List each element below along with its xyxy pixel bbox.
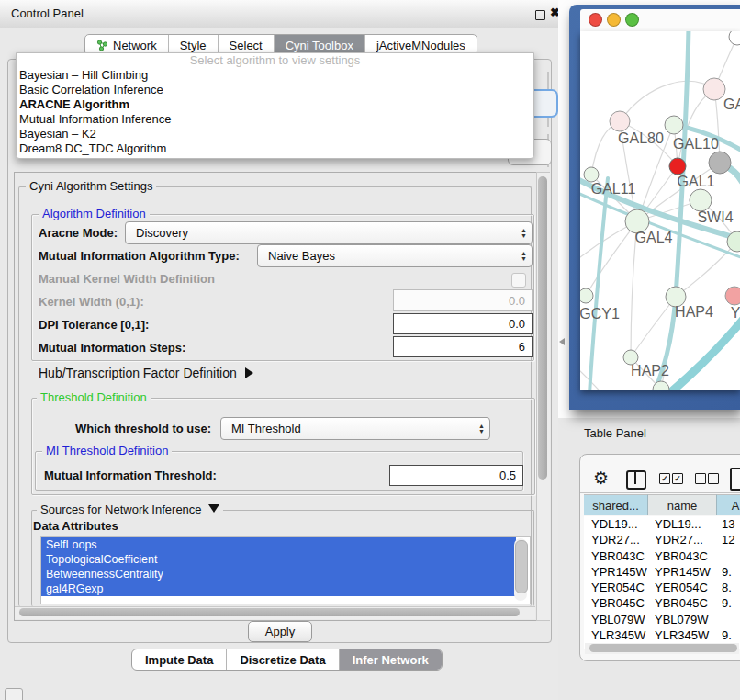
mi-steps-label: Mutual Information Steps: <box>39 341 185 355</box>
tab-network-label: Network <box>113 39 157 52</box>
mi-algorithm-type-label: Mutual Information Algorithm Type: <box>39 249 240 263</box>
network-window-titlebar[interactable] <box>580 9 740 32</box>
panel-divider-handle[interactable] <box>559 338 565 345</box>
table-header-row: shared... name A <box>584 494 740 515</box>
table-row[interactable]: YPR145WYPR145W9. <box>584 564 740 580</box>
threshold-definition-title: Threshold Definition <box>37 391 151 404</box>
control-panel-titlebar <box>0 0 558 28</box>
attribute-item-selected[interactable]: gal4RGexp <box>41 581 516 596</box>
network-canvas[interactable]: GALGAL80GAL10GAL1GAL11SWI4GAL4GCY1HAP4YH… <box>580 31 740 390</box>
which-threshold-label: Which threshold to use: <box>75 422 211 435</box>
table-cell: YPR145W <box>647 565 716 579</box>
table-row[interactable]: YDL19...YDL19...13 <box>584 516 740 532</box>
attribute-item-selected[interactable]: SelfLoops <box>41 537 516 552</box>
table-row[interactable]: YBL079WYBL079W <box>584 612 740 627</box>
column-header-partial[interactable]: A <box>717 494 740 515</box>
stepper-arrows-icon: ▲▼ <box>521 222 527 243</box>
network-node[interactable] <box>653 381 669 390</box>
mi-threshold-label: Mutual Information Threshold: <box>44 469 217 482</box>
network-node[interactable] <box>729 31 740 45</box>
table-row[interactable]: YLR345WYLR345W9. <box>584 627 740 643</box>
node-label: SWI4 <box>697 209 733 225</box>
table-row[interactable]: YER054CYER054C8. <box>584 580 740 595</box>
vertical-scrollbar-thumb[interactable] <box>538 176 547 480</box>
algorithm-option[interactable]: Basic Correlation Inference <box>17 83 533 97</box>
algorithm-dropdown-list: Bayesian – Hill ClimbingBasic Correlatio… <box>17 68 533 156</box>
stepper-arrows-icon: ▲▼ <box>521 245 527 266</box>
tab-discretize-data[interactable]: Discretize Data <box>227 649 339 670</box>
network-node[interactable] <box>725 287 740 305</box>
table-panel-title: Table Panel <box>584 426 646 440</box>
manual-kernel-checkbox[interactable] <box>511 273 526 288</box>
network-icon <box>96 40 108 51</box>
kernel-width-field[interactable]: 0.0 <box>393 289 533 311</box>
cyni-settings-group-title: Cyni Algorithm Settings <box>26 180 156 193</box>
node-label: GAL4 <box>635 230 673 245</box>
table-row[interactable]: YBR043CYBR043C <box>584 548 740 564</box>
apply-button[interactable]: Apply <box>248 621 312 642</box>
table-cell: YBL079W <box>584 613 647 627</box>
screen: { "control_panel": { "title": "Control P… <box>0 0 740 700</box>
attribute-item-selected[interactable]: BetweennessCentrality <box>41 567 516 581</box>
table-cell: YBR043C <box>584 549 647 563</box>
table-cell: 9. <box>716 596 740 610</box>
horizontal-scrollbar-thumb[interactable] <box>19 608 520 616</box>
node-label: GAL10 <box>673 136 719 152</box>
document-icon[interactable] <box>730 468 740 491</box>
close-traffic-light[interactable] <box>589 13 602 27</box>
gear-icon[interactable]: ⚙ <box>593 468 609 489</box>
network-node[interactable] <box>690 189 712 211</box>
attribute-item-selected[interactable]: TopologicalCoefficient <box>41 552 516 567</box>
aracne-mode-select[interactable]: Discovery ▲▼ <box>125 221 533 244</box>
network-node[interactable] <box>584 167 599 182</box>
table-horizontal-scrollbar-thumb[interactable] <box>589 644 737 652</box>
algorithm-option[interactable]: Dream8 DC_TDC Algorithm <box>17 141 533 156</box>
table-row[interactable]: YDR27...YDR27...12 <box>584 532 740 548</box>
node-label: GAL <box>723 96 740 112</box>
zoom-traffic-light[interactable] <box>625 13 639 27</box>
which-threshold-select[interactable]: MI Threshold ▲▼ <box>220 417 490 440</box>
dropdown-prompt: Select algorithm to view settings <box>17 53 533 68</box>
algorithm-option[interactable]: ARACNE Algorithm <box>17 97 533 112</box>
tab-impute-data[interactable]: Impute Data <box>132 649 227 670</box>
list-scrollbar-thumb[interactable] <box>515 540 528 593</box>
collapsed-arrow-icon <box>245 367 253 378</box>
kernel-width-label: Kernel Width (0,1): <box>39 295 144 309</box>
minimize-traffic-light[interactable] <box>607 13 621 27</box>
algorithm-option[interactable]: Mutual Information Inference <box>17 112 533 127</box>
network-node[interactable] <box>580 288 593 303</box>
mi-threshold-field[interactable]: 0.5 <box>389 465 523 486</box>
hub-definition-toggle[interactable]: Hub/Transcription Factor Definition <box>39 366 253 380</box>
dpi-tolerance-field[interactable]: 0.0 <box>393 313 533 334</box>
unchecked-checkbox-icon[interactable] <box>695 473 706 484</box>
table-cell: YLR345W <box>584 628 647 642</box>
corner-widget[interactable] <box>5 688 23 700</box>
algorithm-option[interactable]: Bayesian – K2 <box>17 127 533 141</box>
algorithm-definition-title: Algorithm Definition <box>39 208 150 220</box>
mi-steps-field[interactable]: 6 <box>393 336 533 357</box>
tab-infer-network[interactable]: Infer Network <box>340 649 442 670</box>
node-label: GAL11 <box>591 181 636 197</box>
table-cell: YBR043C <box>647 549 716 563</box>
table-cell: YER054C <box>584 581 647 594</box>
network-node[interactable] <box>665 116 683 134</box>
table-cell: 12 <box>716 533 740 547</box>
unchecked-checkbox-icon[interactable] <box>708 473 719 484</box>
columns-icon[interactable] <box>626 470 646 490</box>
network-node[interactable] <box>610 111 630 131</box>
network-node[interactable] <box>703 78 725 100</box>
mi-algorithm-type-select[interactable]: Naive Bayes ▲▼ <box>257 244 533 267</box>
column-header-name[interactable]: name <box>648 494 717 515</box>
checked-checkbox-icon[interactable]: ✓ <box>659 473 670 484</box>
float-window-icon[interactable] <box>535 10 545 20</box>
checked-checkbox-icon[interactable]: ✓ <box>672 473 683 484</box>
data-attributes-list[interactable]: SelfLoopsTopologicalCoefficientBetweenne… <box>40 536 531 604</box>
node-label: HAP4 <box>675 304 713 320</box>
algorithm-option[interactable]: Bayesian – Hill Climbing <box>17 68 533 83</box>
network-node[interactable] <box>669 158 686 175</box>
table-row[interactable]: YBR045CYBR045C9. <box>584 595 740 611</box>
column-header-shared-name[interactable]: shared... <box>584 494 648 515</box>
sources-group-title[interactable]: Sources for Network Inference <box>37 503 223 516</box>
data-attributes-label: Data Attributes <box>33 519 118 533</box>
network-node[interactable] <box>709 152 731 174</box>
